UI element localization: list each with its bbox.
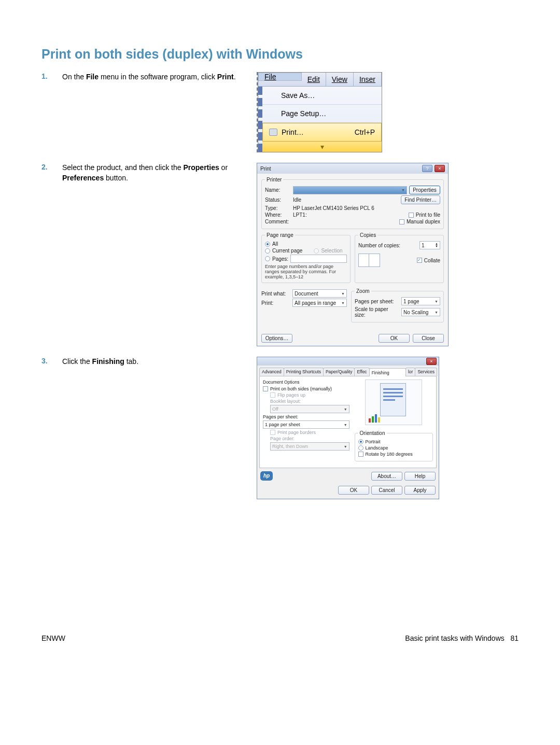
shortcut-label: Ctrl+P <box>355 128 375 136</box>
text-bold: Preferences <box>62 174 104 182</box>
step-body: Select the product, and then click the P… <box>62 163 251 346</box>
dialog-title: Print <box>260 166 271 172</box>
label: Current page <box>272 248 302 254</box>
page-title: Print on both sides (duplex) with Window… <box>41 47 519 62</box>
hint-text: Enter page numbers and/or page ranges se… <box>265 264 347 279</box>
tab-paper-quality[interactable]: Paper/Quality <box>323 368 355 376</box>
ok-button[interactable]: OK <box>338 486 369 495</box>
cancel-button[interactable]: Cancel <box>371 486 402 495</box>
menu-item-print[interactable]: Print… Ctrl+P <box>262 123 382 142</box>
tab-printing-shortcuts[interactable]: Printing Shortcuts <box>284 368 324 376</box>
hp-logo-icon: hp <box>260 471 273 481</box>
collate-icon <box>369 254 380 267</box>
label: Print page borders <box>277 430 316 435</box>
pages-per-sheet-select[interactable]: 1 page▼ <box>401 297 440 305</box>
print-both-sides-checkbox[interactable] <box>263 386 268 391</box>
properties-dialog: × Advanced Printing Shortcuts Paper/Qual… <box>257 357 439 499</box>
type-value: HP LaserJet CM1410 Series PCL 6 <box>293 205 374 211</box>
selection-radio <box>314 248 319 254</box>
scale-select[interactable]: No Scaling▼ <box>401 308 440 316</box>
label: Rotate by 180 degrees <box>366 452 413 457</box>
copies-group: Copies Number of copies: 1▲▼ <box>355 232 444 283</box>
pages-radio[interactable] <box>265 256 270 261</box>
menu-item-save-as[interactable]: Save As… <box>262 87 382 105</box>
tab-services[interactable]: Services <box>415 368 437 376</box>
print-borders-checkbox <box>270 430 275 435</box>
help-icon[interactable]: ? <box>422 165 432 172</box>
step-2: 2. Select the product, and then click th… <box>41 163 519 346</box>
zoom-group: Zoom Pages per sheet: 1 page▼ Scale to p… <box>351 288 444 322</box>
menu-tab-view[interactable]: View <box>326 73 354 86</box>
about-button[interactable]: About… <box>371 472 402 481</box>
label: Print on both sides (manually) <box>270 386 332 391</box>
pages-input[interactable] <box>290 255 347 263</box>
orientation-group: Orientation Portrait Landscape Rotate by… <box>355 430 433 461</box>
text-bold: Finishing <box>92 357 124 366</box>
menu-tab-insert[interactable]: Inser <box>354 73 382 86</box>
collate-checkbox[interactable] <box>417 258 422 263</box>
printer-group: Printer Name: ▼ Properties Status: Idle <box>261 177 444 229</box>
manual-duplex-checkbox[interactable] <box>399 219 404 224</box>
label: All <box>272 241 278 247</box>
label: Name: <box>265 187 291 193</box>
step-body: On the File menu in the software program… <box>62 72 236 152</box>
printer-name-select[interactable]: ▼ <box>293 186 407 194</box>
menu-tab-edit[interactable]: Edit <box>302 73 326 86</box>
booklet-select: Off▼ <box>270 405 349 413</box>
find-printer-button[interactable]: Find Printer… <box>401 195 440 204</box>
ok-button[interactable]: OK <box>379 334 410 343</box>
text: On the <box>62 73 86 81</box>
label: Where: <box>265 212 291 218</box>
pages-per-sheet-select[interactable]: 1 page per sheet▼ <box>263 420 349 429</box>
print-range-select[interactable]: All pages in range▼ <box>292 299 347 307</box>
close-icon[interactable]: × <box>435 165 445 172</box>
text-bold: Properties <box>183 163 219 172</box>
options-button[interactable]: Options… <box>261 334 292 343</box>
print-dialog: Print ? × Printer Name: ▼ Properties <box>257 163 449 346</box>
text: or <box>219 163 228 172</box>
step-number: 2. <box>41 163 62 346</box>
chevron-expand-icon[interactable]: ▾ <box>262 142 382 152</box>
label: Pages: <box>272 256 288 262</box>
help-button[interactable]: Help <box>404 472 436 481</box>
text: button. <box>104 174 128 182</box>
label: Print: <box>261 300 290 306</box>
file-menu-screenshot: File Edit View Inser Save As… Page Setup… <box>258 72 382 152</box>
flip-pages-checkbox <box>270 392 275 398</box>
text: menu in the software program, click <box>99 73 217 81</box>
legend: Printer <box>265 177 283 182</box>
close-button[interactable]: Close <box>413 334 444 343</box>
label: Page order: <box>270 436 295 441</box>
copies-input[interactable]: 1▲▼ <box>419 241 440 249</box>
menu-item-page-setup[interactable]: Page Setup… <box>262 105 382 123</box>
step-body: Click the Finishing tab. <box>62 357 138 499</box>
menu-tab-file[interactable]: File <box>258 73 302 81</box>
print-what-select[interactable]: Document▼ <box>292 289 347 298</box>
where-value: LPT1: <box>293 212 307 218</box>
text-bold: Print <box>217 73 234 81</box>
label: Pages per sheet: <box>355 299 399 304</box>
properties-button[interactable]: Properties <box>409 186 440 194</box>
label: Selection <box>321 248 342 254</box>
tab-color[interactable]: lor <box>405 368 415 376</box>
label: Scale to paper size: <box>355 306 399 318</box>
dialog-titlebar: × <box>257 357 439 366</box>
close-icon[interactable]: × <box>426 358 437 365</box>
tab-effects[interactable]: Effec <box>354 368 369 376</box>
print-to-file-checkbox[interactable] <box>409 213 414 218</box>
rotate-checkbox[interactable] <box>358 452 363 457</box>
label: Portrait <box>366 439 381 444</box>
landscape-radio[interactable] <box>358 445 363 451</box>
menu-bar: File Edit View Inser <box>258 73 382 87</box>
apply-button[interactable]: Apply <box>404 486 436 495</box>
portrait-radio[interactable] <box>358 439 363 444</box>
printer-icon <box>269 129 277 136</box>
tab-advanced[interactable]: Advanced <box>259 368 284 376</box>
label: Booklet layout: <box>270 399 301 404</box>
footer-left: ENWW <box>41 634 65 642</box>
all-radio[interactable] <box>265 242 270 247</box>
legend: Page range <box>265 232 295 238</box>
tab-finishing[interactable]: Finishing <box>369 368 406 376</box>
step-number: 1. <box>41 72 62 152</box>
current-page-radio[interactable] <box>265 248 270 254</box>
